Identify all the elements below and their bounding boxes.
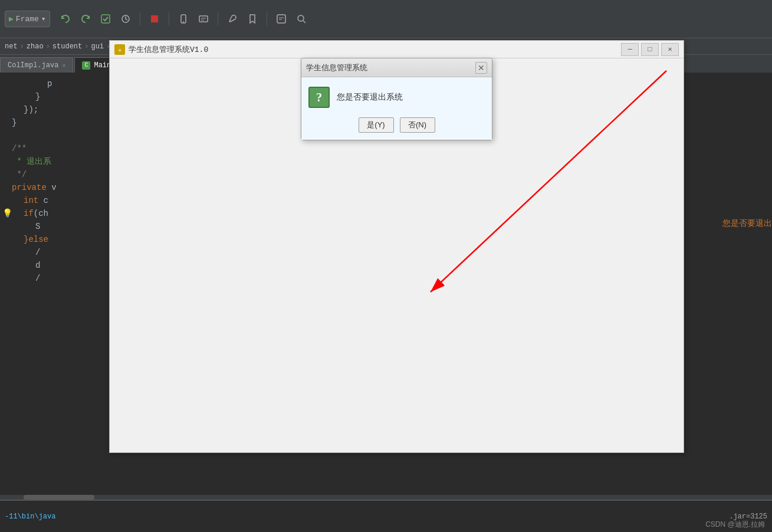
dialog-message-row: ? 您是否要退出系统 <box>308 87 485 108</box>
dialog-buttons: 是(Y) 否(N) <box>308 117 485 133</box>
phone-icon[interactable] <box>175 11 192 27</box>
breadcrumb-item-net[interactable]: net <box>5 42 18 51</box>
separator <box>140 12 140 25</box>
swing-window-titlebar: ☕ 学生信息管理系统V1.0 — □ ✕ <box>110 41 684 58</box>
dropdown-arrow: ▾ <box>41 14 46 24</box>
swing-maximize-button[interactable]: □ <box>641 43 659 56</box>
tab-colimpl-label: ColImpl.java <box>8 61 58 70</box>
horizontal-scrollbar[interactable] <box>0 495 772 500</box>
dialog-yes-button[interactable]: 是(Y) <box>359 117 394 133</box>
dialog-body: ? 您是否要退出系统 是(Y) 否(N) <box>301 77 492 140</box>
top-toolbar: ▶ Frame ▾ <box>0 0 772 38</box>
separator3 <box>218 12 218 25</box>
svg-point-4 <box>183 21 184 22</box>
bookmark-icon[interactable] <box>244 11 261 27</box>
build-icon[interactable] <box>97 11 114 27</box>
wrench-icon[interactable] <box>224 11 241 27</box>
breadcrumb-item-gui[interactable]: gui <box>91 42 104 51</box>
svg-rect-2 <box>151 15 158 22</box>
breadcrumb-item-zhao[interactable]: zhao <box>27 42 44 51</box>
tab-mainframe-icon: C <box>82 61 90 70</box>
lightbulb-icon: 💡 <box>2 207 12 220</box>
bottom-terminal-bar: -11\bin\java .jar=3125 <box>0 500 772 532</box>
separator2 <box>169 12 169 25</box>
dialog-titlebar: 学生信息管理系统 ✕ <box>301 58 492 77</box>
svg-rect-6 <box>277 15 285 23</box>
redo-icon[interactable] <box>77 11 94 27</box>
toolbar-icons <box>57 11 310 27</box>
svg-line-8 <box>303 21 305 23</box>
right-side-text: 您是否要退出 <box>722 218 772 229</box>
watermark: CSDN @迪恩.拉姆 <box>698 517 772 532</box>
sdk-icon[interactable] <box>195 11 212 27</box>
swing-minimize-button[interactable]: — <box>621 43 639 56</box>
svg-rect-5 <box>199 16 208 22</box>
profile-icon[interactable] <box>273 11 290 27</box>
scrollbar-thumb[interactable] <box>24 495 94 500</box>
search-icon[interactable] <box>293 11 310 27</box>
dialog: 学生信息管理系统 ✕ ? 您是否要退出系统 是(Y) 否(N) <box>301 58 492 140</box>
run-dropdown[interactable]: ▶ Frame ▾ <box>5 11 50 27</box>
dialog-no-button[interactable]: 否(N) <box>400 117 435 133</box>
dropdown-label: Frame <box>16 15 39 24</box>
tab-colimpl-close[interactable]: ✕ <box>62 62 65 69</box>
dialog-close-button[interactable]: ✕ <box>475 62 487 74</box>
swing-window-controls[interactable]: — □ ✕ <box>621 43 679 56</box>
swing-title-left: ☕ 学生信息管理系统V1.0 <box>114 44 208 55</box>
tab-colimpl[interactable]: ColImpl.java ✕ <box>0 57 73 73</box>
separator4 <box>267 12 267 25</box>
stop-icon[interactable] <box>146 11 163 27</box>
swing-title-icon: ☕ <box>114 44 125 55</box>
svg-point-7 <box>298 15 304 21</box>
sync-icon[interactable] <box>117 11 134 27</box>
undo-icon[interactable] <box>57 11 74 27</box>
svg-rect-0 <box>101 15 110 23</box>
swing-close-button[interactable]: ✕ <box>661 43 679 56</box>
terminal-text: -11\bin\java <box>5 513 55 521</box>
breadcrumb-item-student[interactable]: student <box>52 42 82 51</box>
dialog-message: 您是否要退出系统 <box>337 92 403 103</box>
swing-icon-text: ☕ <box>118 45 122 53</box>
dialog-question-icon: ? <box>308 87 330 108</box>
dialog-title: 学生信息管理系统 <box>306 63 367 73</box>
swing-window-title: 学生信息管理系统V1.0 <box>129 44 208 55</box>
run-icon: ▶ <box>9 14 14 24</box>
